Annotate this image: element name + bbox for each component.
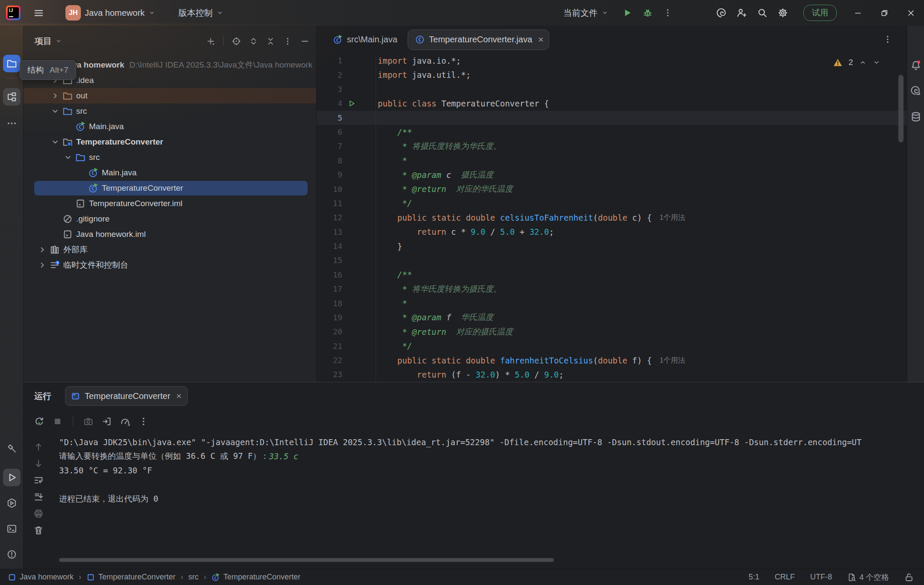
more-tool-windows-button[interactable] (3, 115, 21, 132)
tree-item-src[interactable]: src (24, 150, 316, 165)
tool-structure-button[interactable] (3, 88, 21, 106)
tree-item-临时文件和控制台[interactable]: 临时文件和控制台 (24, 257, 316, 273)
panel-options-button[interactable] (283, 37, 292, 46)
code-line-13[interactable]: 13 return c * 9.0 / 5.0 + 32.0; (317, 225, 907, 239)
settings-button[interactable] (773, 3, 793, 22)
code-line-19[interactable]: 19 * @param f 华氏温度 (317, 310, 907, 325)
chevron-down-icon[interactable] (50, 137, 60, 147)
breadcrumb-item-temperatureconverter[interactable]: CTemperatureConverter (211, 573, 300, 582)
chevron-right-icon[interactable] (38, 260, 47, 270)
code-with-me-button[interactable] (732, 3, 752, 22)
tree-item-main-java[interactable]: CMain.java (24, 119, 316, 134)
code-line-22[interactable]: 22 public static double fahrenheitToCels… (317, 353, 907, 367)
code-line-8[interactable]: 8 * (317, 154, 907, 168)
code-line-4[interactable]: 4public class TemperatureConverter { (317, 96, 907, 110)
project-widget[interactable]: JH Java homework (60, 3, 160, 22)
tree-item-外部库[interactable]: 外部库 (24, 242, 316, 257)
vcs-widget[interactable]: 版本控制 (173, 3, 228, 22)
close-tab-button[interactable]: × (538, 35, 544, 44)
tree-item-java-homework-iml[interactable]: Java homework.iml (24, 227, 316, 242)
collapse-all-button[interactable] (266, 37, 275, 46)
breadcrumb-item-temperatureconverter[interactable]: TemperatureConverter (86, 573, 175, 582)
more-run-actions-button[interactable] (658, 3, 678, 22)
code-line-3[interactable]: 3 (317, 82, 907, 96)
code-editor[interactable]: 1import java.io.*;2import java.util.*;34… (317, 53, 907, 382)
editor-tab-src-main-java[interactable]: Csrc\Main.java (327, 30, 403, 50)
inspections-widget[interactable]: 2 (833, 58, 880, 67)
chevron-down-icon[interactable] (50, 106, 60, 116)
code-line-16[interactable]: 16 /** (317, 268, 907, 282)
run-configuration-selector[interactable]: 当前文件 (558, 3, 613, 22)
tool-run-button[interactable] (3, 469, 21, 486)
console-output[interactable]: "D:\Java JDK25\bin\java.exe" "-javaagent… (59, 435, 924, 555)
main-menu-button[interactable] (28, 3, 49, 22)
usages-inlay-hint[interactable]: 1个用法 (660, 355, 685, 365)
close-run-tab-button[interactable]: × (176, 391, 181, 401)
trial-badge[interactable]: 试用 (803, 5, 837, 21)
tab-options-button[interactable] (883, 35, 892, 44)
code-line-5[interactable]: 5 (317, 111, 907, 125)
prev-occurrence-button[interactable] (33, 442, 44, 452)
tree-item-out[interactable]: out (24, 88, 316, 103)
tree-item-temperatureconverter[interactable]: TemperatureConverter (24, 134, 316, 150)
run-button[interactable] (617, 3, 637, 22)
code-line-18[interactable]: 18 * (317, 296, 907, 310)
project-panel-title-dropdown[interactable]: 项目 (35, 35, 62, 47)
prev-warning-button[interactable] (859, 59, 867, 66)
print-icon[interactable] (33, 508, 44, 519)
clear-console-button[interactable] (33, 525, 44, 535)
tree-item-main-java[interactable]: CMain.java (24, 165, 316, 180)
editor-tab-temperatureconverter-java[interactable]: CTemperatureConverter.java× (408, 30, 549, 50)
locate-file-button[interactable] (232, 37, 241, 46)
code-line-15[interactable]: 15 (317, 253, 907, 267)
rerun-button[interactable] (34, 417, 44, 426)
run-class-gutter-icon[interactable] (347, 99, 355, 107)
code-line-2[interactable]: 2import java.util.*; (317, 68, 907, 82)
add-button[interactable] (206, 37, 215, 46)
code-line-12[interactable]: 12 public static double celsiusToFahrenh… (317, 210, 907, 225)
tree-item-temperatureconverter-iml[interactable]: TemperatureConverter.iml (24, 196, 316, 211)
tree-item-temperatureconverter[interactable]: CTemperatureConverter (24, 180, 316, 196)
caret-position[interactable]: 5:1 (749, 573, 759, 582)
next-warning-button[interactable] (873, 59, 880, 66)
database-icon[interactable] (910, 111, 921, 122)
tool-terminal-button[interactable] (3, 520, 21, 538)
code-line-14[interactable]: 14 } (317, 239, 907, 253)
search-everywhere-button[interactable] (752, 3, 773, 22)
tool-build-button[interactable] (3, 440, 21, 457)
ai-assistant-button[interactable] (711, 3, 732, 22)
console-scrollbar[interactable] (59, 558, 554, 562)
code-line-23[interactable]: 23 return (f - 32.0) * 5.0 / 9.0; (317, 367, 907, 381)
profiler-button[interactable] (120, 417, 130, 426)
code-line-20[interactable]: 20 * @return 对应的摄氏温度 (317, 325, 907, 339)
next-occurrence-button[interactable] (33, 458, 44, 469)
file-encoding[interactable]: UTF-8 (810, 573, 832, 582)
breadcrumb-item-java-homework[interactable]: Java homework (8, 573, 74, 582)
minimize-button[interactable] (844, 0, 871, 26)
restore-button[interactable] (871, 0, 897, 26)
editor-scrollbar[interactable] (898, 75, 903, 142)
code-line-7[interactable]: 7 * 将摄氏度转换为华氏度。 (317, 139, 907, 153)
soft-wrap-button[interactable] (33, 475, 44, 485)
code-line-17[interactable]: 17 * 将华氏度转换为摄氏度。 (317, 282, 907, 296)
stop-button[interactable] (53, 417, 62, 426)
tool-project-button[interactable] (3, 55, 21, 72)
dump-threads-button[interactable] (102, 417, 112, 426)
usages-inlay-hint[interactable]: 1个用法 (660, 213, 685, 222)
tree-item-src[interactable]: src (24, 103, 316, 119)
code-line-11[interactable]: 11 */ (317, 196, 907, 210)
ai-chat-icon[interactable] (910, 86, 921, 97)
indent-setting[interactable]: 4 个空格 (847, 572, 889, 582)
notifications-bell-icon[interactable] (910, 60, 921, 71)
code-line-1[interactable]: 1import java.io.*; (317, 53, 907, 68)
code-line-6[interactable]: 6 /** (317, 125, 907, 139)
tree-item-gitignore[interactable]: .gitignore (24, 211, 316, 227)
tool-problems-button[interactable] (3, 546, 21, 563)
chevron-down-icon[interactable] (63, 153, 73, 162)
hide-panel-button[interactable] (300, 37, 309, 46)
console-options-button[interactable] (139, 417, 148, 426)
line-separator[interactable]: CRLF (775, 573, 795, 582)
tool-services-button[interactable] (3, 494, 21, 512)
code-line-9[interactable]: 9 * @param c 摄氏温度 (317, 168, 907, 182)
code-line-10[interactable]: 10 * @return 对应的华氏温度 (317, 182, 907, 196)
